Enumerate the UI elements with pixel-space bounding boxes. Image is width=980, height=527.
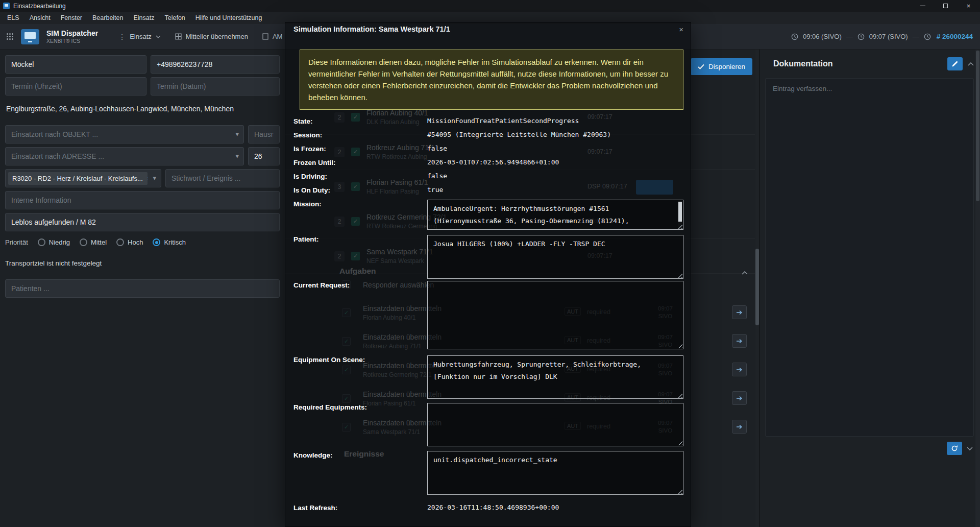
scrollbar-thumb[interactable] (976, 51, 979, 201)
field-row-knowledge: Knowledge: unit.dispatched_incorrect_sta… (293, 451, 683, 495)
nav-einsatz-menu[interactable]: ⋮ Einsatz (118, 33, 161, 41)
chip-remove-icon[interactable]: × (147, 175, 148, 182)
radio-niedrig[interactable] (38, 238, 45, 246)
field-row-is-driving: Is Driving: false (293, 172, 683, 180)
field-value: #54095 (Integrierte Leitstelle München #… (427, 131, 611, 139)
scrollbar-thumb[interactable] (678, 202, 682, 222)
clock-icon (791, 33, 798, 40)
nav-einsatz-label: Einsatz (130, 33, 152, 40)
prioritaet-label: Priorität (5, 238, 28, 246)
menu-fenster[interactable]: Fenster (56, 12, 87, 24)
dokumentation-header: Dokumentation (760, 50, 980, 70)
termin-date-field[interactable] (151, 77, 280, 95)
prioritaet-option-mittel[interactable]: Mittel (80, 238, 107, 246)
current-request-textarea[interactable] (427, 281, 683, 349)
chevron-up-icon (742, 271, 748, 275)
dokumentation-scrollbar[interactable] (975, 50, 980, 527)
equipment-on-scene-textarea[interactable]: Hubrettungsfahrzeug, Sprungretter, Schle… (427, 355, 683, 399)
prioritaet-option-hoch[interactable]: Hoch (116, 238, 143, 246)
radio-hoch[interactable] (116, 238, 124, 246)
hausnummer-field[interactable] (248, 125, 280, 143)
close-button[interactable]: × (957, 0, 980, 12)
textarea-scrollbar[interactable] (678, 201, 682, 229)
patient-textarea[interactable]: Josua HILGERS (100%) +LADDER -FLY -TRSP … (427, 235, 683, 279)
field-label: Is Frozen: (293, 145, 427, 153)
required-equipments-textarea[interactable] (427, 403, 683, 446)
caret-down-icon: ▾ (153, 174, 156, 182)
refresh-button[interactable] (947, 442, 962, 455)
dokumentation-footer (947, 442, 973, 455)
chevron-up-icon (968, 62, 974, 66)
mission-textarea[interactable]: AmbulanceUrgent: Herzrhythmusstörungen #… (427, 200, 683, 230)
hausnummer-value-field[interactable] (248, 147, 280, 165)
field-row-mission: Mission: AmbulanceUrgent: Herzrhythmusst… (293, 200, 683, 230)
caret-down-icon: ▾ (235, 130, 239, 138)
apps-grid-button[interactable] (6, 33, 14, 40)
app-name: SIM Dispatcher (46, 29, 98, 37)
window-title: Einsatzbearbeitung (13, 3, 66, 10)
minimize-button[interactable] (911, 0, 934, 12)
menu-telefon[interactable]: Telefon (160, 12, 190, 24)
menu-bearbeiten[interactable]: Bearbeiten (87, 12, 128, 24)
pencil-icon (951, 60, 959, 67)
radio-mittel[interactable] (80, 238, 87, 246)
menu-einsatz[interactable]: Einsatz (129, 12, 160, 24)
modal-close-button[interactable]: × (679, 25, 683, 34)
stichwort-select[interactable]: R3020 - RD2 - Herz / Kreislauf - Kreisla… (5, 169, 161, 187)
app-window-icon (3, 3, 10, 9)
edit-entry-button[interactable] (947, 57, 963, 70)
compose-placeholder: Eintrag verfassen... (773, 85, 966, 92)
separator-dash: — (846, 33, 853, 40)
documentation-compose-area[interactable]: Eintrag verfassen... (765, 78, 974, 437)
task-open-button[interactable] (732, 420, 747, 434)
menu-ansicht[interactable]: Ansicht (24, 12, 56, 24)
expand-button[interactable] (967, 447, 973, 450)
refresh-icon (951, 445, 958, 452)
menu-hilfe[interactable]: Hilfe und Unterstützung (190, 12, 267, 24)
field-label: Current Request: (293, 281, 427, 349)
dokumentation-title: Dokumentation (773, 59, 942, 68)
disponieren-button[interactable]: Disponieren (691, 58, 752, 75)
scrollbar-thumb[interactable] (755, 249, 759, 325)
task-open-button[interactable] (732, 391, 747, 405)
einsatzort-objekt-select[interactable]: Einsatzort nach OBJEKT ... ▾ (5, 125, 244, 143)
task-open-button[interactable] (732, 334, 747, 348)
caller-phone-field[interactable] (151, 55, 280, 74)
caller-name-field[interactable] (5, 55, 146, 74)
maximize-button[interactable] (934, 0, 957, 12)
nav-mitteiler-uebernehmen[interactable]: Mitteiler übernehmen (175, 33, 248, 41)
field-row-required-equipments: Required Equipments: (293, 403, 683, 446)
field-value: false (427, 172, 447, 180)
einsatzort-adresse-select[interactable]: Einsatzort nach ADRESSE ... ▾ (5, 147, 244, 165)
meldebild-field[interactable] (5, 213, 280, 231)
radio-kritisch-selected[interactable] (153, 238, 160, 246)
prioritaet-option-niedrig[interactable]: Niedrig (38, 238, 70, 246)
dispatch-scrollbar[interactable] (755, 50, 759, 527)
dots-vertical-icon: ⋮ (118, 33, 126, 41)
stichwort-ereignis-field[interactable] (165, 169, 280, 187)
field-label: Frozen Until: (293, 158, 427, 166)
incident-form-panel: Englburgstraße, 26, Aubing-Lochhausen-La… (0, 50, 285, 527)
task-open-button[interactable] (732, 305, 747, 319)
patienten-field[interactable] (5, 279, 280, 298)
chevron-down-icon (156, 35, 161, 38)
field-label: Mission: (293, 200, 427, 230)
clock-icon (924, 33, 931, 40)
menu-els[interactable]: ELS (2, 12, 24, 24)
simulation-warning-note: Diese Informationen dienen dazu, möglich… (300, 50, 683, 110)
field-value: 2026-03-16T11:48:50.4698936+00:00 (427, 504, 559, 512)
field-label: Is Driving: (293, 172, 427, 180)
termin-time-field[interactable] (5, 77, 146, 95)
prioritaet-option-kritisch[interactable]: Kritisch (153, 238, 186, 246)
knowledge-textarea[interactable]: unit.dispatched_incorrect_state (427, 451, 683, 495)
section-collapse-button[interactable] (742, 268, 748, 277)
field-row-current-request: Current Request: (293, 281, 683, 349)
task-open-button[interactable] (732, 363, 747, 376)
collapse-panel-button[interactable] (968, 62, 974, 66)
prioritaet-option-label: Kritisch (164, 238, 186, 246)
grid-icon (175, 33, 182, 40)
app-edition: XENBIT® ICS (46, 38, 98, 44)
arrow-right-icon (736, 367, 743, 373)
nav-am[interactable]: AM (262, 33, 283, 41)
interne-information-field[interactable] (5, 191, 280, 209)
